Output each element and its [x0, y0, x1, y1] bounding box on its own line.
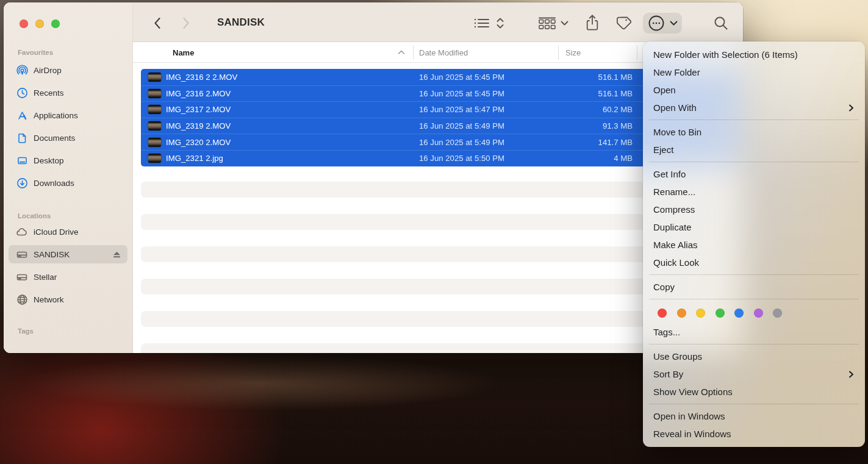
tag-colors-row: [643, 302, 865, 323]
drive-icon: [16, 271, 28, 283]
file-name: IMG_2317 2.MOV: [166, 105, 231, 114]
zoom-button[interactable]: [51, 20, 60, 28]
sidebar-item-applications[interactable]: Applications: [9, 106, 127, 124]
airdrop-icon: [16, 64, 28, 76]
file-name: IMG_2319 2.MOV: [166, 121, 231, 130]
column-divider[interactable]: [413, 45, 414, 60]
desktop: { "window": { "title": "SANDISK" }, "tra…: [0, 0, 868, 464]
eject-icon[interactable]: [112, 251, 121, 259]
sidebar-item-network[interactable]: Network: [9, 290, 127, 309]
menu-item-rename[interactable]: Rename...: [643, 183, 865, 201]
close-button[interactable]: [20, 20, 28, 28]
file-size: 516.1 MB: [562, 89, 633, 98]
sidebar-item-label: Stellar: [34, 273, 121, 282]
more-actions-button[interactable]: [643, 13, 682, 34]
file-date-modified: 16 Jun 2025 at 5:50 PM: [419, 154, 504, 163]
chevron-down-icon[interactable]: [559, 13, 570, 34]
sidebar-section-locations: Locations: [18, 212, 51, 220]
file-name: IMG_2320 2.MOV: [166, 138, 231, 147]
file-date-modified: 16 Jun 2025 at 5:45 PM: [419, 73, 504, 82]
sidebar-item-label: Downloads: [34, 179, 121, 188]
share-button[interactable]: [583, 13, 601, 34]
cloud-icon: [16, 226, 28, 238]
menu-separator: [649, 274, 859, 275]
sidebar-item-downloads[interactable]: Downloads: [9, 174, 127, 192]
menu-item-sort-by[interactable]: Sort By: [643, 365, 865, 383]
tag-color-dot[interactable]: [716, 309, 725, 318]
menu-item-eject[interactable]: Eject: [643, 141, 865, 159]
file-thumbnail-icon: [148, 105, 161, 114]
tag-color-dot[interactable]: [658, 309, 667, 318]
menu-item-use-groups[interactable]: Use Groups: [643, 348, 865, 365]
menu-item-duplicate[interactable]: Duplicate: [643, 218, 865, 236]
column-header-size[interactable]: Size: [565, 42, 581, 63]
file-size: 4 MB: [562, 154, 633, 163]
file-thumbnail-icon: [148, 138, 161, 147]
menu-item-compress[interactable]: Compress: [643, 201, 865, 218]
group-view-icon[interactable]: [537, 13, 558, 34]
menu-item-quick-look[interactable]: Quick Look: [643, 254, 865, 271]
column-header-date-modified[interactable]: Date Modified: [419, 42, 468, 63]
file-size: 60.2 MB: [562, 105, 633, 114]
file-thumbnail-icon: [148, 154, 161, 163]
clock-icon: [16, 87, 28, 99]
sidebar-item-label: Network: [34, 295, 121, 304]
column-divider[interactable]: [637, 45, 637, 60]
sidebar-item-label: AirDrop: [34, 66, 121, 75]
menu-item-get-info[interactable]: Get Info: [643, 165, 865, 183]
file-date-modified: 16 Jun 2025 at 5:47 PM: [419, 105, 504, 114]
menu-item-open-with[interactable]: Open With: [643, 99, 865, 116]
sidebar-section-favourites: Favourites: [18, 49, 53, 56]
sidebar-item-stellar[interactable]: Stellar: [9, 268, 127, 286]
desktop-icon: [16, 154, 28, 166]
menu-item-open[interactable]: Open: [643, 81, 865, 99]
minimize-button[interactable]: [35, 20, 44, 28]
file-date-modified: 16 Jun 2025 at 5:49 PM: [419, 138, 504, 147]
back-button[interactable]: [149, 13, 165, 34]
sidebar-item-label: Documents: [34, 134, 121, 143]
menu-item-new-folder-with-selection-6-items[interactable]: New Folder with Selection (6 Items): [643, 46, 865, 63]
sidebar-item-recents[interactable]: Recents: [9, 84, 127, 102]
column-header-name[interactable]: Name: [173, 42, 194, 63]
menu-item-new-folder[interactable]: New Folder: [643, 63, 865, 81]
sidebar-item-label: Desktop: [34, 156, 121, 165]
tag-color-dot[interactable]: [754, 309, 763, 318]
search-button[interactable]: [712, 13, 730, 34]
list-view-icon[interactable]: [472, 13, 492, 34]
submenu-chevron-icon: [848, 365, 854, 383]
tag-color-dot[interactable]: [734, 309, 744, 318]
toolbar: SANDISK: [133, 2, 743, 42]
download-circle-icon: [16, 177, 28, 189]
context-menu: New Folder with Selection (6 Items)New F…: [643, 41, 865, 447]
menu-separator: [649, 299, 859, 299]
menu-item-reveal-in-windows[interactable]: Reveal in Windows: [643, 425, 865, 443]
menu-item-show-view-options[interactable]: Show View Options: [643, 383, 865, 401]
menu-item-open-in-windows[interactable]: Open in Windows: [643, 407, 865, 425]
column-divider[interactable]: [558, 45, 559, 60]
file-size: 141.7 MB: [562, 138, 633, 147]
menu-item-move-to-bin[interactable]: Move to Bin: [643, 123, 865, 141]
window-title: SANDISK: [217, 2, 265, 42]
tag-color-dot[interactable]: [696, 309, 705, 318]
sidebar-item-airdrop[interactable]: AirDrop: [9, 61, 127, 79]
sidebar-item-sandisk[interactable]: SANDISK: [9, 245, 127, 263]
drive-icon: [16, 248, 28, 260]
menu-item-copy[interactable]: Copy: [643, 278, 865, 296]
traffic-lights: [20, 20, 60, 28]
file-size: 516.1 MB: [562, 73, 633, 82]
sidebar-item-icloud-drive[interactable]: iCloud Drive: [9, 223, 127, 241]
updown-chevrons-icon[interactable]: [494, 13, 506, 34]
menu-separator: [649, 120, 859, 120]
tag-color-dot[interactable]: [677, 309, 686, 318]
sort-ascending-icon: [396, 42, 406, 63]
menu-item-make-alias[interactable]: Make Alias: [643, 236, 865, 254]
file-name: IMG_2316 2 2.MOV: [166, 73, 237, 82]
tag-button[interactable]: [614, 13, 632, 34]
tag-color-dot[interactable]: [773, 309, 782, 318]
sidebar-item-documents[interactable]: Documents: [9, 129, 127, 147]
file-date-modified: 16 Jun 2025 at 5:45 PM: [419, 89, 504, 98]
forward-button[interactable]: [178, 13, 194, 34]
sidebar-item-label: SANDISK: [34, 250, 112, 259]
menu-item-tags[interactable]: Tags...: [643, 323, 865, 341]
sidebar-item-desktop[interactable]: Desktop: [9, 151, 127, 170]
